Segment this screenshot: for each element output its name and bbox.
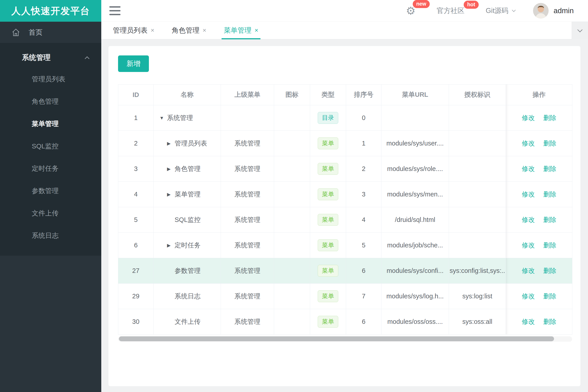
cell-type: 菜单 bbox=[310, 156, 346, 182]
cell-parent: 系统管理 bbox=[221, 156, 274, 182]
col-id: ID bbox=[118, 84, 154, 105]
delete-link[interactable]: 删除 bbox=[543, 242, 556, 249]
table-row: 30 文件上传 系统管理 菜单 6 modules/oss/oss.... sy… bbox=[118, 309, 572, 334]
cell-icon bbox=[274, 182, 310, 207]
cell-name: 文件上传 bbox=[154, 309, 221, 334]
tab-overflow-button[interactable] bbox=[572, 22, 588, 39]
add-button[interactable]: 新增 bbox=[118, 56, 149, 72]
sidebar-item-menu-mgmt[interactable]: 菜单管理 bbox=[0, 113, 101, 135]
type-badge: 菜单 bbox=[318, 188, 338, 200]
home-icon bbox=[11, 28, 21, 37]
delete-link[interactable]: 删除 bbox=[543, 165, 556, 172]
delete-link[interactable]: 删除 bbox=[543, 292, 556, 300]
sidebar-item-param-mgmt[interactable]: 参数管理 bbox=[0, 180, 101, 202]
table-row: 4 ▶ 菜单管理 系统管理 菜单 3 modules/sys/men... bbox=[118, 182, 572, 207]
delete-link[interactable]: 删除 bbox=[543, 267, 556, 274]
cell-order: 6 bbox=[346, 258, 381, 284]
sidebar-item-home[interactable]: 首页 bbox=[0, 22, 101, 43]
cell-actions: 修改 删除 bbox=[506, 233, 572, 258]
edit-link[interactable]: 修改 bbox=[522, 140, 535, 147]
sidebar-item-sql-monitor[interactable]: SQL监控 bbox=[0, 135, 101, 157]
caret-right-icon[interactable]: ▶ bbox=[167, 243, 175, 248]
close-icon[interactable]: × bbox=[255, 27, 258, 34]
tab-admin-list[interactable]: 管理员列表 × bbox=[108, 22, 159, 39]
table-row-highlighted: 27 参数管理 系统管理 菜单 6 modules/sys/confi... s… bbox=[118, 258, 572, 284]
cell-url: /druid/sql.html bbox=[381, 207, 449, 233]
cell-actions: 修改 删除 bbox=[506, 156, 572, 182]
sidebar-item-file-upload[interactable]: 文件上传 bbox=[0, 202, 101, 224]
cell-type: 菜单 bbox=[310, 233, 346, 258]
cell-order: 7 bbox=[346, 284, 381, 309]
edit-link[interactable]: 修改 bbox=[522, 267, 535, 274]
sidebar-item-scheduled-jobs[interactable]: 定时任务 bbox=[0, 157, 101, 180]
main-area: ⚙ new 官方社区 hot Git源码 bbox=[101, 0, 588, 392]
tab-label: 角色管理 bbox=[172, 26, 199, 35]
close-icon[interactable]: × bbox=[203, 27, 206, 34]
edit-link[interactable]: 修改 bbox=[522, 318, 535, 325]
delete-link[interactable]: 删除 bbox=[543, 216, 556, 223]
username[interactable]: admin bbox=[553, 6, 574, 15]
cell-id: 5 bbox=[118, 207, 154, 233]
community-link[interactable]: 官方社区 hot bbox=[437, 6, 464, 16]
settings-button[interactable]: ⚙ new bbox=[406, 5, 415, 16]
sidebar: 人人快速开发平台 首页 系统管理 管理员列表 角色管理 菜单管理 SQL监控 定… bbox=[0, 0, 101, 392]
hot-badge: hot bbox=[464, 1, 479, 9]
tab-menu-mgmt[interactable]: 菜单管理 × bbox=[219, 22, 263, 39]
type-badge: 菜单 bbox=[318, 316, 338, 328]
avatar-image bbox=[533, 3, 549, 18]
sidebar-item-label: 参数管理 bbox=[32, 186, 59, 196]
tab-role-mgmt[interactable]: 角色管理 × bbox=[167, 22, 211, 39]
content-area: 新增 ID 名称 上级菜单 图标 类型 排 bbox=[101, 39, 588, 392]
table-header-row: ID 名称 上级菜单 图标 类型 排序号 菜单URL 授权标识 操作 bbox=[118, 84, 572, 105]
caret-right-icon[interactable]: ▶ bbox=[167, 166, 175, 172]
delete-link[interactable]: 删除 bbox=[543, 114, 556, 121]
cell-url: modules/sys/log.h... bbox=[381, 284, 449, 309]
cell-id: 29 bbox=[118, 284, 154, 309]
cell-perms bbox=[449, 131, 506, 156]
cell-name: ▶ 管理员列表 bbox=[154, 131, 221, 156]
edit-link[interactable]: 修改 bbox=[522, 114, 535, 121]
avatar[interactable] bbox=[533, 3, 549, 18]
cell-perms: sys:oss:all bbox=[449, 309, 506, 334]
cell-parent: 系统管理 bbox=[221, 258, 274, 284]
menu-management-panel: 新增 ID 名称 上级菜单 图标 类型 排 bbox=[109, 46, 580, 386]
hamburger-menu-icon[interactable] bbox=[109, 6, 121, 15]
delete-link[interactable]: 删除 bbox=[543, 191, 556, 198]
caret-right-icon[interactable]: ▶ bbox=[167, 141, 175, 146]
edit-link[interactable]: 修改 bbox=[522, 216, 535, 223]
cell-perms bbox=[449, 105, 506, 131]
sidebar-item-label: 系统日志 bbox=[32, 231, 59, 240]
cell-url bbox=[381, 105, 449, 131]
delete-link[interactable]: 删除 bbox=[543, 140, 556, 147]
cell-order: 2 bbox=[346, 156, 381, 182]
edit-link[interactable]: 修改 bbox=[522, 292, 535, 300]
menu-table: ID 名称 上级菜单 图标 类型 排序号 菜单URL 授权标识 操作 bbox=[118, 84, 572, 334]
sidebar-item-role-mgmt[interactable]: 角色管理 bbox=[0, 90, 101, 113]
git-source-dropdown[interactable]: Git源码 bbox=[486, 6, 515, 16]
sidebar-item-admin-list[interactable]: 管理员列表 bbox=[0, 68, 101, 90]
close-icon[interactable]: × bbox=[151, 27, 154, 34]
delete-link[interactable]: 删除 bbox=[543, 318, 556, 325]
cell-order: 1 bbox=[346, 131, 381, 156]
cell-id: 1 bbox=[118, 105, 154, 131]
edit-link[interactable]: 修改 bbox=[522, 191, 535, 198]
col-icon: 图标 bbox=[274, 84, 310, 105]
type-badge: 菜单 bbox=[318, 239, 338, 251]
sidebar-group-toggle[interactable]: 系统管理 bbox=[0, 48, 101, 68]
sidebar-item-system-log[interactable]: 系统日志 bbox=[0, 224, 101, 247]
caret-down-icon[interactable]: ▼ bbox=[159, 115, 167, 121]
scrollbar-thumb[interactable] bbox=[119, 336, 554, 341]
tab-label: 菜单管理 bbox=[224, 26, 252, 35]
table-row: 1 ▼ 系统管理 目录 0 修改 删 bbox=[118, 105, 572, 131]
menu-name: 角色管理 bbox=[175, 164, 201, 174]
cell-icon bbox=[274, 284, 310, 309]
edit-link[interactable]: 修改 bbox=[522, 242, 535, 249]
cell-icon bbox=[274, 207, 310, 233]
edit-link[interactable]: 修改 bbox=[522, 165, 535, 172]
cell-perms bbox=[449, 207, 506, 233]
cell-perms: sys:log:list bbox=[449, 284, 506, 309]
caret-right-icon[interactable]: ▶ bbox=[167, 192, 175, 197]
menu-name: 管理员列表 bbox=[175, 139, 207, 148]
type-badge: 菜单 bbox=[318, 138, 338, 149]
horizontal-scrollbar bbox=[118, 336, 572, 342]
